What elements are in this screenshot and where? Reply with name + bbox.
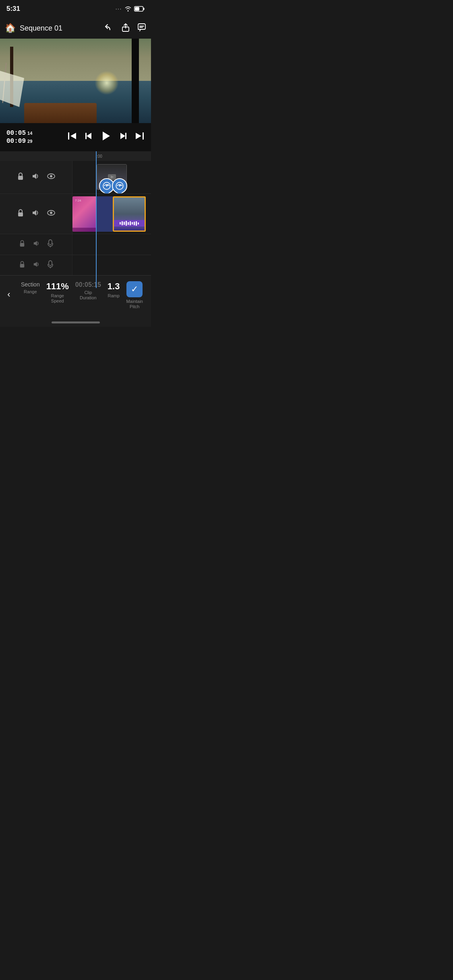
home-indicator xyxy=(52,321,100,323)
battery-icon xyxy=(134,6,145,12)
chat-icon[interactable] xyxy=(137,23,146,34)
top-bar-actions xyxy=(104,23,146,34)
bottom-col-section: Section Range xyxy=(21,281,40,294)
audio-bar xyxy=(134,222,135,225)
svg-rect-2 xyxy=(135,7,139,11)
svg-rect-7 xyxy=(68,132,69,140)
audio-bar xyxy=(124,222,125,225)
undo-icon[interactable] xyxy=(104,23,114,33)
skip-to-start-button[interactable] xyxy=(67,132,77,143)
maintain-pitch-checkbox[interactable]: ✓ xyxy=(126,281,143,297)
top-bar: 🏠 Sequence 01 xyxy=(0,18,151,39)
section-top-label: Section xyxy=(21,281,40,288)
svg-rect-11 xyxy=(18,176,23,180)
playback-controls xyxy=(67,130,145,144)
frames-1: 14 xyxy=(27,131,32,136)
speed-badge-right xyxy=(112,178,127,194)
volume-icon-2[interactable] xyxy=(31,209,39,218)
track-row-audio-1 xyxy=(0,234,151,255)
svg-rect-8 xyxy=(85,133,87,139)
svg-rect-1 xyxy=(143,8,145,10)
pier-right xyxy=(132,39,139,123)
timecode-display: 00:05 14 00:09 29 xyxy=(6,130,32,145)
timecode-2: 00:09 xyxy=(6,138,26,145)
sequence-title: Sequence 01 xyxy=(20,24,100,33)
volume-icon-audio-2[interactable] xyxy=(33,261,40,270)
back-button[interactable]: ‹ xyxy=(0,276,18,313)
range-speed-value: 111% xyxy=(46,281,69,292)
eye-icon-2[interactable] xyxy=(47,210,56,218)
svg-rect-25 xyxy=(20,243,24,247)
tracks-container: 7:24 xyxy=(0,161,151,288)
clip-v2-group: 7:24 xyxy=(72,196,146,232)
svg-rect-26 xyxy=(49,240,52,245)
status-time: 5:31 xyxy=(6,5,20,13)
bottom-col-ramp[interactable]: 1.3 Ramp xyxy=(108,281,120,299)
playback-area: 00:05 14 00:09 29 xyxy=(0,123,151,151)
speed-badges xyxy=(99,178,127,194)
timecode-1: 00:05 xyxy=(6,130,26,137)
timecode-line-1: 00:05 14 xyxy=(6,130,32,137)
skip-to-end-button[interactable] xyxy=(135,132,145,143)
mic-icon-audio-1[interactable] xyxy=(47,239,54,249)
clip-v2-pink[interactable]: 7:24 xyxy=(72,196,97,232)
svg-point-18 xyxy=(106,185,107,186)
playhead[interactable] xyxy=(96,151,97,288)
clip-v2-ocean[interactable] xyxy=(113,196,146,232)
track-row-video-1 xyxy=(0,161,151,194)
svg-rect-22 xyxy=(18,212,23,216)
track-row-video-2: 7:24 xyxy=(0,194,151,234)
track-content-1 xyxy=(72,161,151,194)
audio-bar xyxy=(138,222,139,224)
svg-rect-28 xyxy=(20,264,24,268)
svg-point-21 xyxy=(119,185,120,186)
step-back-button[interactable] xyxy=(84,132,93,143)
lock-icon-audio-1[interactable] xyxy=(19,240,25,249)
audio-bar xyxy=(130,221,131,225)
clip-duration-value: 00:05:15 xyxy=(75,281,101,288)
play-button[interactable] xyxy=(100,130,112,144)
share-icon[interactable] xyxy=(121,23,130,34)
ruler-mark-0: :00 xyxy=(97,154,102,159)
lock-icon-2[interactable] xyxy=(17,209,24,219)
audio-bar xyxy=(132,222,133,224)
video-preview xyxy=(0,39,151,123)
audio-bar xyxy=(126,221,127,226)
ramp-label: Ramp xyxy=(108,293,119,299)
svg-rect-29 xyxy=(49,261,52,266)
bottom-col-maintain-pitch[interactable]: ✓ Maintain Pitch xyxy=(126,281,143,309)
bottom-col-clip-duration: 00:05:15 Clip Duration xyxy=(75,281,101,301)
maintain-pitch-label: Maintain Pitch xyxy=(126,299,143,309)
status-dots-icon: ··· xyxy=(116,6,122,12)
sun-glare xyxy=(95,71,119,95)
svg-rect-4 xyxy=(138,24,145,29)
bottom-col-range-speed[interactable]: 111% Range Speed xyxy=(46,281,69,304)
bottom-panel: ‹ Section Range 111% Range Speed 00:05:1… xyxy=(0,275,151,327)
audio-bar xyxy=(136,221,137,226)
audio-bar xyxy=(120,222,121,224)
timeline-area: :00 xyxy=(0,151,151,288)
wooden-deck xyxy=(24,103,97,123)
section-bottom-label: Range xyxy=(24,289,37,294)
lock-icon-audio-2[interactable] xyxy=(19,261,25,270)
wifi-icon xyxy=(124,6,132,12)
timecode-line-2: 00:09 29 xyxy=(6,138,32,145)
timeline-ruler: :00 xyxy=(0,151,151,161)
track-row-audio-2 xyxy=(0,255,151,276)
track-controls-audio-2 xyxy=(0,255,72,276)
mic-icon-audio-2[interactable] xyxy=(47,260,54,270)
svg-point-13 xyxy=(50,175,52,177)
audio-bar xyxy=(122,221,123,225)
clip-v2-transition xyxy=(97,196,113,232)
home-icon[interactable]: 🏠 xyxy=(5,23,16,33)
volume-icon-audio-1[interactable] xyxy=(33,240,40,249)
eye-icon-1[interactable] xyxy=(47,173,56,181)
track-controls-audio-1 xyxy=(0,234,72,255)
lock-icon-1[interactable] xyxy=(17,172,24,182)
volume-icon-1[interactable] xyxy=(31,173,39,182)
bottom-controls-grid: Section Range 111% Range Speed 00:05:15 … xyxy=(0,276,151,313)
step-forward-button[interactable] xyxy=(119,132,128,143)
track-content-audio-1 xyxy=(72,234,151,255)
frames-2: 29 xyxy=(27,139,32,144)
audio-bar xyxy=(128,222,129,225)
